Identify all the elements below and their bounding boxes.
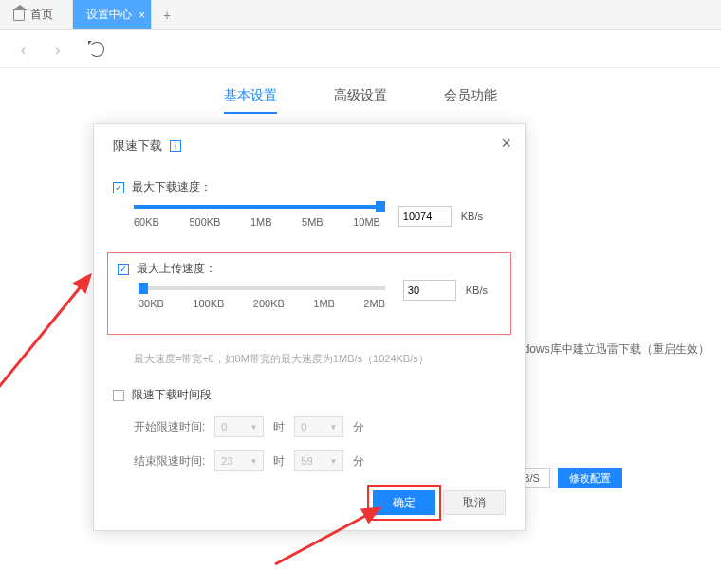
forward-button[interactable]: › bbox=[55, 42, 70, 57]
close-icon[interactable]: × bbox=[139, 9, 145, 22]
start-hour-select[interactable]: 0▼ bbox=[214, 416, 264, 437]
start-min-select[interactable]: 0▼ bbox=[294, 416, 343, 437]
upload-value-input[interactable] bbox=[403, 280, 456, 301]
tab-home-label: 首页 bbox=[30, 7, 53, 23]
tab-settings-label: 设置中心 bbox=[86, 7, 132, 23]
speed-hint: 最大速度=带宽÷8，如8M带宽的最大速度为1MB/s（1024KB/s） bbox=[134, 352, 506, 366]
dialog-title: 限速下载 i bbox=[113, 138, 506, 155]
bg-option-label: ndows库中建立迅雷下载（重启生效） bbox=[517, 341, 710, 358]
dialog-title-text: 限速下载 bbox=[113, 138, 162, 155]
upload-label: 最大上传速度： bbox=[137, 261, 216, 277]
download-value-input[interactable] bbox=[398, 206, 452, 227]
chevron-down-icon: ▼ bbox=[329, 423, 337, 432]
chevron-down-icon: ▼ bbox=[329, 457, 337, 466]
upload-checkbox[interactable]: ✓ bbox=[118, 264, 129, 275]
upload-section: ✓ 最大上传速度： 30KB 100KB 200KB 1MB 2MB KB/s bbox=[107, 252, 511, 335]
upload-unit: KB/s bbox=[466, 285, 488, 296]
tab-home[interactable]: 首页 bbox=[0, 0, 73, 29]
end-time-label: 结束限速时间: bbox=[134, 453, 205, 469]
schedule-label: 限速下载时间段 bbox=[132, 387, 212, 403]
new-tab-button[interactable]: + bbox=[152, 0, 182, 29]
download-unit: KB/s bbox=[461, 211, 483, 222]
dialog-close-button[interactable]: × bbox=[501, 134, 511, 154]
back-button[interactable]: ‹ bbox=[21, 42, 36, 57]
nav-toolbar: ‹ › bbox=[0, 30, 721, 68]
browser-tabbar: 首页 设置中心 × + bbox=[0, 0, 721, 30]
cancel-button[interactable]: 取消 bbox=[443, 490, 506, 515]
info-icon[interactable]: i bbox=[170, 140, 181, 152]
speed-limit-dialog: 限速下载 i × ✓ 最大下载速度： 60KB 500KB 1MB 5MB 10… bbox=[93, 123, 526, 531]
download-checkbox[interactable]: ✓ bbox=[113, 182, 124, 193]
reload-button[interactable] bbox=[89, 42, 104, 57]
upload-slider[interactable]: 30KB 100KB 200KB 1MB 2MB bbox=[139, 286, 385, 309]
tab-settings[interactable]: 设置中心 × bbox=[73, 0, 152, 29]
svg-line-0 bbox=[0, 275, 90, 403]
chevron-down-icon: ▼ bbox=[250, 423, 257, 432]
download-label: 最大下载速度： bbox=[132, 179, 212, 195]
schedule-checkbox[interactable]: ✓ bbox=[113, 390, 124, 401]
tab-basic[interactable]: 基本设置 bbox=[224, 87, 277, 114]
download-slider[interactable]: 60KB 500KB 1MB 5MB 10MB bbox=[134, 205, 380, 228]
start-time-label: 开始限速时间: bbox=[134, 419, 205, 435]
end-hour-select[interactable]: 23▼ bbox=[214, 450, 264, 471]
modify-config-button[interactable]: 修改配置 bbox=[558, 468, 622, 488]
settings-tabs: 基本设置 高级设置 会员功能 bbox=[0, 68, 721, 114]
download-section: ✓ 最大下载速度： 60KB 500KB 1MB 5MB 10MB KB/s bbox=[113, 179, 506, 228]
tab-advanced[interactable]: 高级设置 bbox=[334, 87, 387, 114]
schedule-section: ✓ 限速下载时间段 开始限速时间: 0▼ 时 0▼ 分 结束限速时间: 23▼ … bbox=[113, 387, 506, 471]
tab-vip[interactable]: 会员功能 bbox=[444, 87, 497, 114]
chevron-down-icon: ▼ bbox=[250, 457, 257, 466]
end-min-select[interactable]: 59▼ bbox=[294, 450, 343, 471]
home-icon bbox=[13, 9, 25, 21]
